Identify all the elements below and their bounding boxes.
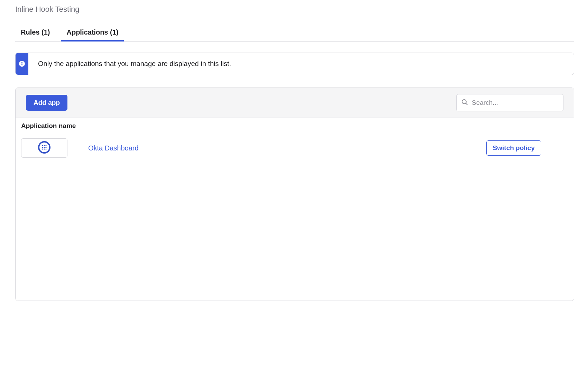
switch-policy-button[interactable]: Switch policy <box>486 140 541 156</box>
table-header-application-name: Application name <box>16 118 574 134</box>
panel-empty-area <box>16 162 574 301</box>
page-root: Inline Hook Testing Rules (1) Applicatio… <box>0 0 588 315</box>
svg-point-6 <box>42 145 43 146</box>
okta-dashboard-icon <box>38 141 50 155</box>
app-name-link[interactable]: Okta Dashboard <box>88 144 139 152</box>
svg-point-9 <box>42 147 43 148</box>
table-row: Okta Dashboard Switch policy <box>16 134 574 162</box>
app-logo <box>21 138 67 158</box>
svg-point-7 <box>44 145 45 146</box>
svg-point-14 <box>45 148 46 149</box>
info-icon <box>19 61 25 67</box>
tab-rules[interactable]: Rules (1) <box>21 26 50 41</box>
tab-bar: Rules (1) Applications (1) <box>15 26 574 42</box>
search-wrap <box>456 94 563 111</box>
svg-point-10 <box>44 147 45 148</box>
tab-applications[interactable]: Applications (1) <box>66 26 118 41</box>
info-banner: Only the applications that you manage ar… <box>15 53 574 75</box>
info-banner-message: Only the applications that you manage ar… <box>28 53 241 75</box>
svg-point-1 <box>21 62 22 63</box>
svg-rect-2 <box>21 63 22 65</box>
info-banner-accent <box>16 53 28 75</box>
page-title: Inline Hook Testing <box>15 5 574 14</box>
svg-point-11 <box>45 147 46 148</box>
panel-toolbar: Add app <box>16 88 574 118</box>
applications-panel: Add app Application name <box>15 88 574 301</box>
svg-point-13 <box>44 148 45 149</box>
add-app-button[interactable]: Add app <box>26 95 67 111</box>
search-input[interactable] <box>456 94 563 111</box>
svg-point-12 <box>42 148 43 149</box>
svg-point-8 <box>45 145 46 146</box>
